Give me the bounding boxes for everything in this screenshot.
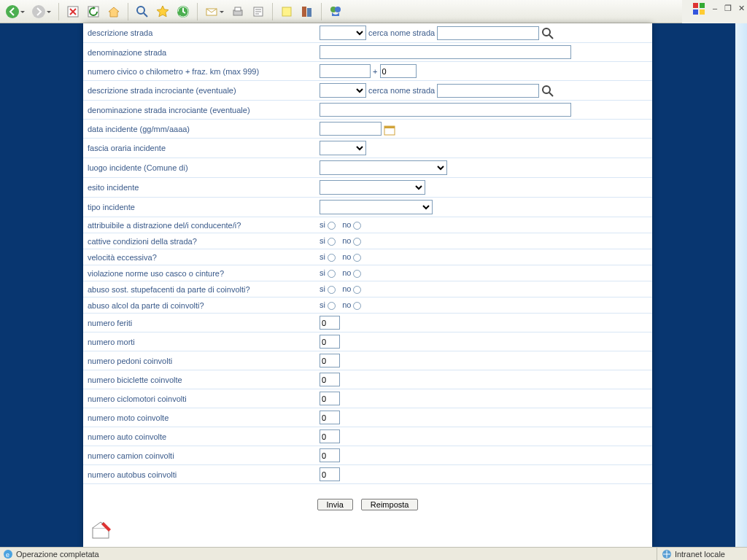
radio-distrazione-si[interactable] bbox=[328, 222, 336, 230]
input-n-camion[interactable] bbox=[320, 448, 340, 462]
select-descrizione-strada[interactable] bbox=[320, 26, 366, 40]
label-q-violazione: violazione norme uso casco o cinture? bbox=[83, 265, 317, 281]
status-text: Operazione completata bbox=[16, 550, 99, 559]
print-button[interactable] bbox=[228, 2, 247, 21]
window-controls: – ❐ ✕ bbox=[692, 1, 746, 16]
label-n-bici: numero biciclette coinvolte bbox=[83, 370, 317, 389]
radio-velocita-no[interactable] bbox=[353, 254, 361, 262]
back-button[interactable] bbox=[3, 2, 22, 21]
select-esito[interactable] bbox=[320, 180, 425, 195]
input-fraz-km[interactable] bbox=[380, 64, 417, 78]
input-n-ciclo[interactable] bbox=[320, 392, 340, 405]
calendar-icon[interactable] bbox=[384, 124, 395, 136]
label-descrizione-strada: descrizione strada bbox=[83, 23, 317, 43]
label-numero-civico: numero civico o chilometro + fraz. km (m… bbox=[83, 62, 317, 81]
radio-stupefacenti-no[interactable] bbox=[353, 286, 361, 294]
label-data-incidente: data incidente (gg/mm/aaaa) bbox=[83, 120, 317, 139]
label-descr-incrociante: descrizione strada incrociante (eventual… bbox=[83, 81, 317, 101]
radio-condizioni-no[interactable] bbox=[353, 238, 361, 246]
select-fascia-oraria[interactable] bbox=[320, 141, 366, 155]
label-n-ciclo: numero ciclomotori coinvolti bbox=[83, 389, 317, 408]
label-n-morti: numero morti bbox=[83, 332, 317, 351]
search-icon[interactable] bbox=[541, 27, 554, 40]
input-n-moto[interactable] bbox=[320, 411, 340, 424]
refresh-button[interactable] bbox=[84, 2, 103, 21]
radio-stupefacenti-si[interactable] bbox=[328, 286, 336, 294]
select-descr-incrociante[interactable] bbox=[320, 83, 366, 98]
label-q-alcol: abuso alcol da parte di coinvolti? bbox=[83, 298, 317, 314]
minimize-button[interactable]: – bbox=[711, 4, 719, 13]
label-n-moto: numero moto coinvolte bbox=[83, 408, 317, 427]
input-numero-civico[interactable] bbox=[320, 64, 371, 78]
input-n-autobus[interactable] bbox=[320, 467, 340, 481]
radio-violazione-si[interactable] bbox=[328, 270, 336, 278]
label-n-camion: numero camion coinvolti bbox=[83, 446, 317, 465]
radio-velocita-si[interactable] bbox=[328, 254, 336, 262]
input-n-pedoni[interactable] bbox=[320, 354, 340, 368]
label-n-auto: numero auto coinvolte bbox=[83, 427, 317, 446]
research-button[interactable] bbox=[298, 2, 317, 21]
edit-button[interactable] bbox=[249, 2, 268, 21]
favorites-button[interactable] bbox=[153, 2, 172, 21]
label-q-stupefacenti: abuso sost. stupefacenti da parte di coi… bbox=[83, 281, 317, 298]
label-denom-strada: denominazione strada bbox=[83, 43, 317, 62]
label-cerca-nome-strada-2: cerca nome strada bbox=[368, 86, 435, 95]
input-n-morti[interactable] bbox=[320, 335, 340, 349]
messenger-button[interactable] bbox=[326, 2, 345, 21]
label-n-pedoni: numero pedoni coinvolti bbox=[83, 351, 317, 370]
invia-button[interactable]: Invia bbox=[317, 499, 353, 510]
svg-point-20 bbox=[543, 86, 550, 93]
svg-point-0 bbox=[6, 5, 19, 18]
input-n-feriti[interactable] bbox=[320, 316, 340, 330]
svg-rect-22 bbox=[384, 126, 395, 128]
write-icon[interactable] bbox=[89, 519, 115, 541]
mail-button[interactable] bbox=[202, 2, 221, 21]
svg-rect-15 bbox=[693, 3, 698, 8]
history-button[interactable] bbox=[174, 2, 193, 21]
label-fascia-oraria: fascia oraria incidente bbox=[83, 139, 317, 158]
stop-button[interactable] bbox=[63, 2, 82, 21]
svg-rect-23 bbox=[93, 528, 109, 538]
label-q-condizioni: cattive condizioni della strada? bbox=[83, 233, 317, 249]
label-tipo: tipo incidente bbox=[83, 198, 317, 217]
zone-text: Intranet locale bbox=[675, 550, 725, 559]
select-tipo[interactable] bbox=[320, 200, 433, 214]
svg-point-1 bbox=[32, 5, 45, 18]
reimposta-button[interactable]: Reimposta bbox=[361, 499, 419, 510]
ie-icon: e bbox=[3, 549, 13, 559]
note-button[interactable] bbox=[277, 2, 296, 21]
input-cerca-nome-strada-1[interactable] bbox=[437, 26, 539, 40]
home-button[interactable] bbox=[104, 2, 123, 21]
radio-alcol-no[interactable] bbox=[353, 302, 361, 310]
incident-form: descrizione strada cerca nome strada den… bbox=[83, 23, 652, 484]
radio-condizioni-si[interactable] bbox=[328, 238, 336, 246]
radio-distrazione-no[interactable] bbox=[353, 222, 361, 230]
vertical-scrollbar[interactable] bbox=[735, 23, 747, 547]
restore-button[interactable]: ❐ bbox=[724, 4, 732, 13]
input-denom-incrociante[interactable] bbox=[320, 103, 571, 117]
status-bar: e Operazione completata Intranet locale bbox=[0, 547, 747, 560]
input-denom-strada[interactable] bbox=[320, 45, 571, 59]
select-luogo-incidente[interactable] bbox=[320, 160, 447, 175]
svg-rect-11 bbox=[302, 7, 306, 17]
svg-rect-18 bbox=[700, 9, 705, 15]
radio-violazione-no[interactable] bbox=[353, 270, 361, 278]
svg-rect-16 bbox=[700, 3, 705, 8]
label-denom-incrociante: denominazione strada incrociante (eventu… bbox=[83, 101, 317, 120]
svg-point-4 bbox=[137, 7, 144, 14]
input-cerca-nome-strada-2[interactable] bbox=[437, 84, 539, 98]
label-q-velocita: velocità eccessiva? bbox=[83, 249, 317, 265]
forward-button[interactable] bbox=[29, 2, 48, 21]
svg-rect-10 bbox=[282, 7, 291, 16]
input-n-bici[interactable] bbox=[320, 373, 340, 386]
svg-text:e: e bbox=[6, 551, 9, 559]
zone-icon bbox=[662, 549, 672, 559]
search-button[interactable] bbox=[133, 2, 152, 21]
search-icon[interactable] bbox=[541, 85, 554, 98]
input-n-auto[interactable] bbox=[320, 429, 340, 443]
radio-alcol-si[interactable] bbox=[328, 302, 336, 310]
input-data-incidente[interactable] bbox=[320, 122, 382, 136]
svg-rect-8 bbox=[235, 7, 241, 11]
svg-rect-12 bbox=[307, 8, 311, 17]
close-button[interactable]: ✕ bbox=[737, 4, 746, 13]
